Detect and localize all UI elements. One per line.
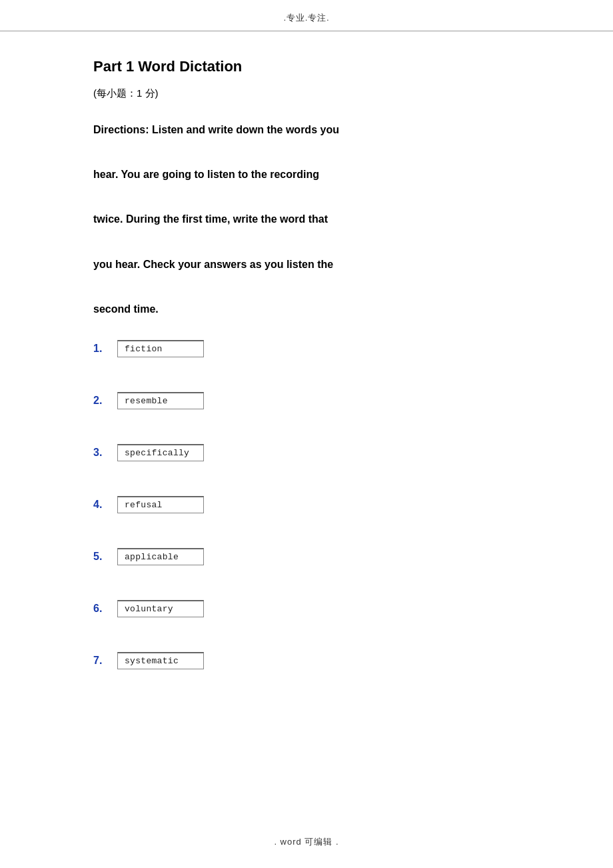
question-number-2: 2. [93,395,113,407]
answer-input-2[interactable] [117,392,204,409]
question-item-6: 6. [93,600,520,617]
top-bar: .专业.专注. [0,0,613,31]
question-list: 1.2.3.4.5.6.7. [93,340,520,669]
part-title: Part 1 Word Dictation [93,58,520,75]
question-number-6: 6. [93,603,113,615]
answer-input-3[interactable] [117,444,204,461]
answer-input-1[interactable] [117,340,204,357]
question-number-4: 4. [93,499,113,511]
question-item-4: 4. [93,496,520,513]
question-item-7: 7. [93,652,520,669]
main-content: Part 1 Word Dictation (每小题：1 分) Directio… [0,31,613,744]
question-item-3: 3. [93,444,520,461]
question-item-1: 1. [93,340,520,357]
question-number-7: 7. [93,655,113,667]
bottom-bar-text: . word 可编辑 . [274,837,338,847]
directions-text: Directions: Listen and write down the wo… [93,119,520,320]
question-item-2: 2. [93,392,520,409]
question-number-3: 3. [93,447,113,459]
answer-input-5[interactable] [117,548,204,565]
top-bar-text: .专业.专注. [284,13,330,23]
question-number-5: 5. [93,551,113,563]
question-number-1: 1. [93,343,113,355]
answer-input-6[interactable] [117,600,204,617]
bottom-bar: . word 可编辑 . [0,836,613,848]
answer-input-7[interactable] [117,652,204,669]
score-note: (每小题：1 分) [93,87,520,100]
question-item-5: 5. [93,548,520,565]
answer-input-4[interactable] [117,496,204,513]
